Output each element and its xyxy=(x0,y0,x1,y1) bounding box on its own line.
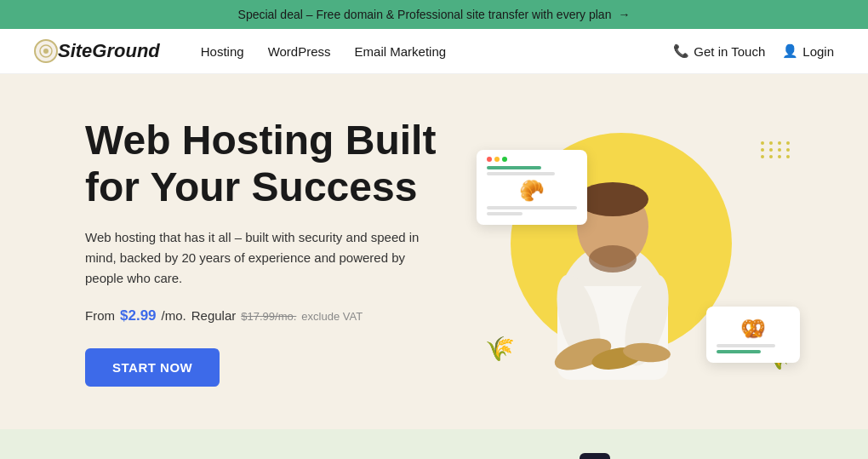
logo[interactable]: SiteGround xyxy=(34,39,160,63)
dot-6 xyxy=(769,148,773,152)
dot-11 xyxy=(778,155,781,158)
hero-title: Web Hosting Built for Your Success xyxy=(85,117,468,210)
banner-text: Special deal – Free domain & Professiona… xyxy=(238,8,612,21)
wpbeginner-logo: WPB xyxy=(580,453,610,459)
hero-section: Web Hosting Built for Your Success Web h… xyxy=(0,74,868,429)
trust-bar: ★ Trustpilot ★ ★ ★ ★ ★ 4.8 | 15,000+ Rev… xyxy=(0,429,868,459)
banner-arrow: → xyxy=(618,8,630,21)
nav-link-hosting[interactable]: Hosting xyxy=(201,44,244,59)
product-card: 🥨 xyxy=(706,307,800,363)
dot-5 xyxy=(761,148,764,152)
dot-3 xyxy=(778,141,781,145)
card-line-2 xyxy=(487,172,555,175)
dot-1 xyxy=(761,141,764,145)
wheat-decoration-1: 🌾 xyxy=(485,335,515,363)
dot-10 xyxy=(769,155,773,158)
dot-8 xyxy=(786,148,790,152)
price-regular-label: Regular xyxy=(191,308,237,323)
wpbeginner-item: WPB wpbeginner ★ ★ ★ ★ ★ 5.0 | 5,000+ Re… xyxy=(580,453,703,459)
pretzel-icon: 🥨 xyxy=(717,317,790,341)
dot-12 xyxy=(786,155,790,158)
price-value: $2.99 xyxy=(120,307,157,324)
dots-decoration xyxy=(761,141,791,158)
card-line-4 xyxy=(487,212,523,215)
price-unit: /mo. xyxy=(162,308,186,323)
card-right-line-1 xyxy=(717,344,775,347)
price-excl: exclude VAT xyxy=(301,310,363,323)
price-from-label: From xyxy=(85,308,115,323)
nav-links: Hosting WordPress Email Marketing xyxy=(201,44,647,59)
hero-price: From $2.99 /mo. Regular $17.99/mo. exclu… xyxy=(85,307,468,324)
get-in-touch-link[interactable]: 📞 Get in Touch xyxy=(673,43,765,59)
nav-link-wordpress[interactable]: WordPress xyxy=(268,44,331,59)
dot-red xyxy=(487,157,492,162)
hero-image: 🥐 xyxy=(477,124,800,380)
hero-content: Web Hosting Built for Your Success Web h… xyxy=(85,117,468,387)
top-banner: Special deal – Free domain & Professiona… xyxy=(0,0,868,29)
login-link[interactable]: 👤 Login xyxy=(782,43,834,59)
phone-icon: 📞 xyxy=(673,43,689,59)
card-line-3 xyxy=(487,206,577,209)
nav-right: 📞 Get in Touch 👤 Login xyxy=(673,43,834,59)
dot-9 xyxy=(761,155,764,158)
card-line-1 xyxy=(487,166,541,169)
login-icon: 👤 xyxy=(782,43,798,59)
card-right-line-2 xyxy=(717,350,761,353)
logo-text: SiteGround xyxy=(58,40,160,62)
dot-yellow xyxy=(494,157,500,162)
website-preview-card: 🥐 xyxy=(477,150,587,225)
svg-point-6 xyxy=(589,245,637,273)
logo-icon xyxy=(34,39,58,63)
svg-point-1 xyxy=(43,49,49,54)
card-dots xyxy=(487,157,577,162)
dot-4 xyxy=(786,141,790,145)
bread-icon: 🥐 xyxy=(487,179,577,203)
nav-link-email-marketing[interactable]: Email Marketing xyxy=(355,44,447,59)
navbar: SiteGround Hosting WordPress Email Marke… xyxy=(0,29,868,74)
svg-point-5 xyxy=(577,182,648,216)
dot-2 xyxy=(769,141,773,145)
price-regular: $17.99/mo. xyxy=(241,310,296,323)
wpbeginner-brand: WPB wpbeginner xyxy=(580,453,703,459)
hero-description: Web hosting that has it all – built with… xyxy=(85,227,443,289)
dot-green xyxy=(502,157,507,162)
start-now-button[interactable]: START NOW xyxy=(85,348,220,387)
dot-7 xyxy=(778,148,781,152)
